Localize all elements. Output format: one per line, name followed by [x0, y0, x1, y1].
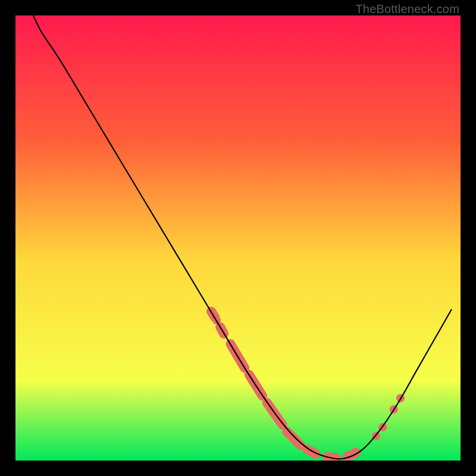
chart-frame [15, 15, 461, 461]
gradient-background [15, 15, 461, 461]
bottleneck-curve-chart [15, 15, 461, 461]
watermark-text: TheBottleneck.com [355, 2, 459, 16]
